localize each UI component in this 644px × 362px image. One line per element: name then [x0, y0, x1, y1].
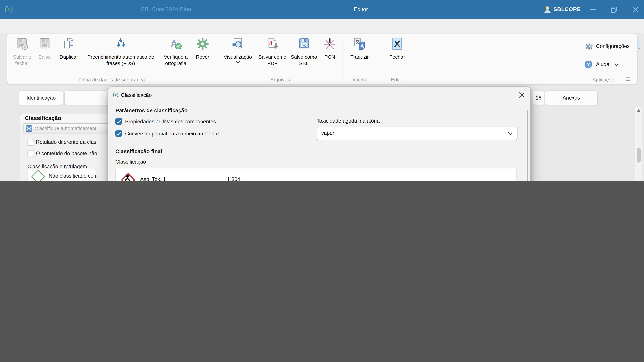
autofill-phrases-button[interactable]: Preenchimento automático de frases (FDS) — [80, 37, 161, 66]
button-label: Duplicar — [57, 54, 80, 60]
sblcore-logo-icon — [112, 91, 119, 98]
toxicity-label: Toxicidade aguda inalatória — [317, 118, 380, 124]
restore-button[interactable] — [610, 6, 618, 13]
button-label: Verifique a ortografia — [158, 54, 194, 66]
restore-icon — [611, 6, 618, 13]
preview-icon — [231, 37, 245, 51]
save-and-close-button[interactable]: Salvar e fechar — [10, 37, 34, 66]
chevron-down-icon — [236, 61, 240, 64]
dialog-scrollbar[interactable] — [526, 110, 528, 181]
close-window-button[interactable] — [632, 6, 639, 13]
save-icon — [38, 37, 52, 51]
green-diamond-icon — [31, 170, 45, 181]
dialog-scrollbar-thumb[interactable] — [526, 110, 528, 181]
checkbox-label: Rotulado diferente da clas — [36, 139, 96, 145]
save-as-pdf-button[interactable]: A Salvar como PDF — [257, 37, 288, 66]
duplicate-button[interactable]: Duplicar — [57, 37, 80, 60]
app-window: SBLCore 2024 Blue Editor SBLCORE — [0, 0, 644, 181]
user-name: SBLCORE — [554, 6, 581, 12]
group-options-icon[interactable] — [625, 77, 630, 81]
settings-button[interactable]: Configurações — [596, 43, 630, 49]
minimize-button[interactable] — [589, 6, 597, 13]
close-editor-icon — [390, 37, 404, 51]
classification-list-label: Classificação — [116, 159, 146, 165]
dialog-close-button[interactable] — [516, 89, 527, 100]
section-button-annexes[interactable]: Anexos — [545, 90, 598, 105]
dialog-title: Classificação — [121, 92, 152, 98]
button-label: Salve — [36, 54, 53, 60]
group-separator — [343, 37, 344, 80]
pcn-button[interactable]: PCN — [320, 37, 339, 60]
group-label-language: Idioma — [343, 77, 377, 82]
checkbox-additive-properties[interactable] — [116, 118, 122, 125]
close-editor-button[interactable]: Fechar — [382, 37, 412, 60]
scroll-up-icon[interactable] — [636, 109, 641, 112]
checkbox-environment-conversion[interactable] — [116, 130, 122, 137]
help-button[interactable]: Ajuda — [596, 61, 609, 67]
save-close-icon — [15, 37, 29, 51]
button-label: Preenchimento automático de frases (FDS) — [80, 54, 161, 66]
chevron-down-icon — [614, 63, 619, 66]
not-classified-box: Não classificado com — [27, 169, 96, 181]
button-label: PCN — [320, 54, 339, 60]
button-label: Traduzir — [344, 54, 375, 60]
final-classification-heading: Classificação final — [116, 148, 162, 155]
button-label: Fechar — [382, 54, 412, 60]
sblcore-logo-icon — [4, 4, 14, 14]
group-separator — [217, 37, 217, 80]
svg-text:A: A — [360, 43, 364, 49]
checkbox-label-different[interactable] — [27, 139, 34, 146]
button-label: Salvar e fechar — [10, 54, 34, 66]
scrollbar-thumb[interactable] — [636, 148, 641, 163]
button-label: Salvo como SBL — [288, 54, 319, 66]
minimize-icon — [590, 9, 596, 10]
checkbox-label: Conversão parcial para o meio ambiente — [125, 131, 219, 137]
gear-icon — [196, 37, 210, 51]
group-label-editor: Editor — [377, 77, 418, 82]
auto-classify-icon — [26, 125, 32, 132]
review-button[interactable]: Rever — [194, 37, 211, 60]
classification-list: Asp. Tox. 1 H304 Skin Sens. 1 H317 — [116, 168, 516, 181]
save-button[interactable]: Salve — [36, 37, 53, 60]
button-label: Rever — [194, 54, 211, 60]
chevron-down-icon — [508, 132, 512, 135]
group-separator — [576, 37, 577, 80]
translate-button[interactable]: A Traduzir — [344, 37, 375, 60]
params-heading: Parâmetros de classificação — [116, 108, 188, 114]
pdf-icon: A — [265, 37, 280, 51]
check-icon — [116, 131, 121, 136]
group-label-files: Arquivos — [220, 77, 340, 82]
section-button-identification[interactable]: Identificação — [19, 90, 64, 105]
checkbox-package-content[interactable] — [27, 150, 34, 157]
preview-button[interactable]: Visualização — [219, 37, 256, 64]
svg-text:A: A — [268, 40, 273, 46]
auto-classify-label: Classifique automaticament — [34, 125, 96, 131]
button-label: Visualização — [219, 54, 256, 60]
check-icon — [116, 119, 121, 123]
section-button-16[interactable]: 16 — [533, 90, 544, 105]
ribbon-toolbar: Salvar e fechar Salve Duplicar — [7, 33, 638, 84]
spellcheck-icon: A — [169, 37, 183, 51]
save-as-sbl-button[interactable]: Salvo como SBL — [288, 37, 319, 66]
close-icon — [519, 92, 524, 98]
hazard-class: Asp. Tox. 1 — [140, 176, 228, 181]
section-button-label: Identificação — [26, 95, 56, 101]
pcn-asterisk-icon — [323, 37, 337, 51]
app-title: SBLCore 2024 Blue — [128, 6, 204, 13]
tab-bar: Fichas de dados de segurança Substâncias… — [0, 19, 644, 33]
ghs-pictogram-icon — [121, 173, 134, 181]
main-scrollbar[interactable] — [635, 107, 642, 181]
spellcheck-button[interactable]: A Verifique a ortografia — [158, 37, 194, 66]
window-title: Editor — [341, 6, 381, 12]
title-bar: SBLCore 2024 Blue Editor SBLCORE — [0, 0, 644, 19]
sbl-floppy-icon — [297, 37, 311, 51]
group-label-application: Aplicação — [576, 77, 630, 82]
autofill-arrows-icon — [114, 37, 128, 51]
classification-row[interactable]: Asp. Tox. 1 H304 — [121, 170, 511, 181]
not-classified-label: Não classificado com — [49, 173, 98, 179]
toxicity-select[interactable]: vapor — [317, 127, 518, 140]
translate-icon: A — [352, 37, 366, 51]
section-button-label: Anexos — [562, 95, 580, 101]
hazard-code: H304 — [228, 176, 240, 181]
help-icon: ? — [584, 60, 592, 68]
